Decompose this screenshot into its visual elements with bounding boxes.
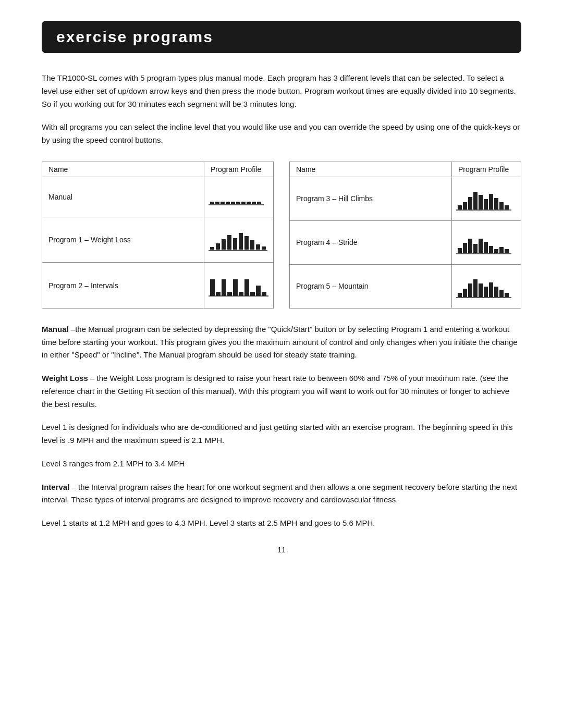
programs-table-container: Name Program Profile Manual <box>42 162 521 309</box>
svg-rect-14 <box>227 235 231 250</box>
svg-rect-2 <box>221 202 225 204</box>
svg-rect-45 <box>463 243 467 253</box>
svg-rect-34 <box>463 202 467 209</box>
programs-table-right: Name Program Profile Program 3 – Hill Cl… <box>289 162 521 309</box>
svg-rect-36 <box>473 192 478 209</box>
svg-rect-59 <box>479 283 483 297</box>
bold-label-manual: Manual <box>42 325 69 334</box>
svg-rect-37 <box>479 195 483 209</box>
bar-chart-weight-loss <box>207 224 270 255</box>
table-row: Program 5 – Mountain <box>290 264 521 308</box>
svg-rect-46 <box>468 239 472 253</box>
table-row: Program 1 – Weight Loss <box>42 217 274 262</box>
svg-rect-7 <box>247 202 251 204</box>
page-title: exercise programs <box>56 28 507 46</box>
body-paragraph-interval: Interval – the Interval program raises t… <box>42 481 521 507</box>
svg-rect-50 <box>489 246 493 253</box>
svg-rect-17 <box>244 236 249 250</box>
svg-rect-22 <box>210 279 215 296</box>
bar-chart-stride <box>455 226 518 257</box>
svg-rect-6 <box>241 202 246 204</box>
svg-rect-28 <box>244 279 249 296</box>
svg-rect-41 <box>499 202 504 209</box>
svg-rect-18 <box>250 240 254 250</box>
program-profile-weight-loss <box>204 217 274 262</box>
program-profile-intervals <box>204 263 274 308</box>
svg-rect-8 <box>252 202 256 204</box>
program-profile-manual <box>204 177 274 217</box>
program-name: Program 4 – Stride <box>290 220 452 264</box>
svg-rect-56 <box>463 289 467 297</box>
bar-chart-mountain <box>455 270 518 301</box>
svg-rect-52 <box>499 247 504 253</box>
svg-rect-0 <box>210 202 214 204</box>
svg-rect-29 <box>250 292 255 296</box>
page-number: 11 <box>42 546 521 554</box>
svg-rect-49 <box>484 242 488 253</box>
program-profile-stride <box>452 220 521 264</box>
body-text-manual: –the Manual program can be selected by d… <box>42 325 518 360</box>
svg-rect-38 <box>484 199 488 209</box>
table-row: Program 3 – Hill Climbs <box>290 177 521 220</box>
svg-rect-63 <box>499 290 504 297</box>
svg-rect-9 <box>257 202 261 204</box>
plain-paragraph-level1: Level 1 is designed for individuals who … <box>42 421 521 447</box>
svg-rect-62 <box>494 287 498 297</box>
bar-chart-intervals <box>207 269 270 300</box>
right-table-profile-header: Program Profile <box>452 162 521 177</box>
program-name: Program 3 – Hill Climbs <box>290 177 452 220</box>
svg-rect-53 <box>505 249 509 253</box>
svg-rect-30 <box>256 286 261 296</box>
svg-rect-40 <box>494 198 498 209</box>
svg-rect-55 <box>458 293 462 297</box>
programs-table-left: Name Program Profile Manual <box>42 162 274 309</box>
svg-rect-57 <box>468 283 472 297</box>
program-profile-hill-climbs <box>452 177 521 220</box>
svg-rect-15 <box>233 238 237 250</box>
bold-label-interval: Interval <box>42 483 69 491</box>
svg-rect-4 <box>231 202 235 204</box>
svg-rect-42 <box>505 205 509 209</box>
page-header: exercise programs <box>42 21 521 53</box>
svg-rect-23 <box>216 292 221 296</box>
svg-rect-27 <box>239 292 243 296</box>
svg-rect-20 <box>262 246 266 250</box>
svg-rect-61 <box>489 282 493 297</box>
svg-rect-33 <box>458 205 462 209</box>
svg-rect-19 <box>256 244 260 250</box>
program-name: Program 1 – Weight Loss <box>42 217 204 262</box>
bold-label-weight-loss: Weight Loss <box>42 374 88 382</box>
svg-rect-3 <box>226 202 230 204</box>
svg-rect-35 <box>468 197 472 209</box>
bar-chart-hill-climbs <box>455 182 518 214</box>
svg-rect-5 <box>236 202 240 204</box>
page: exercise programs The TR1000-SL comes wi… <box>0 0 563 728</box>
svg-rect-12 <box>216 243 220 250</box>
plain-paragraph-level3: Level 3 ranges from 2.1 MPH to 3.4 MPH <box>42 458 521 471</box>
program-name: Program 2 – Intervals <box>42 263 204 308</box>
svg-rect-1 <box>215 202 219 204</box>
intro-paragraph-1: The TR1000-SL comes with 5 program types… <box>42 72 521 110</box>
svg-rect-44 <box>458 248 462 253</box>
svg-rect-26 <box>233 279 238 296</box>
program-profile-mountain <box>452 264 521 308</box>
svg-rect-39 <box>489 194 493 209</box>
right-table-name-header: Name <box>290 162 452 177</box>
svg-rect-60 <box>484 287 488 297</box>
svg-rect-16 <box>239 233 243 250</box>
body-paragraph-manual: Manual –the Manual program can be select… <box>42 323 521 362</box>
svg-rect-51 <box>494 249 498 253</box>
svg-rect-31 <box>262 292 266 296</box>
table-spacer <box>274 162 289 309</box>
bar-chart-manual <box>207 183 270 209</box>
program-name: Program 5 – Mountain <box>290 264 452 308</box>
body-text-interval: – the Interval program raises the heart … <box>42 483 517 504</box>
svg-rect-24 <box>222 279 226 296</box>
intro-paragraph-2: With all programs you can select the inc… <box>42 121 521 147</box>
table-row: Manual <box>42 177 274 217</box>
svg-rect-64 <box>505 293 509 297</box>
plain-paragraph-interval-levels: Level 1 starts at 1.2 MPH and goes to 4.… <box>42 517 521 530</box>
svg-rect-48 <box>479 239 483 253</box>
svg-rect-58 <box>473 279 478 297</box>
left-table-profile-header: Program Profile <box>204 162 274 177</box>
